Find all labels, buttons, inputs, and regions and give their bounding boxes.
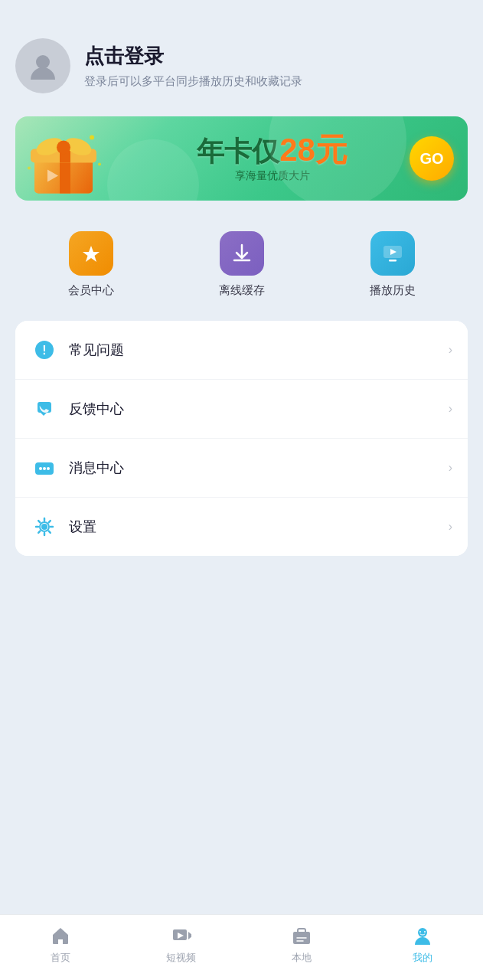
svg-rect-15 (389, 260, 397, 262)
svg-point-30 (419, 931, 421, 933)
svg-point-31 (424, 931, 426, 933)
settings-icon (31, 513, 58, 541)
nav-item-home[interactable]: 首页 (0, 924, 121, 965)
bottom-nav: 首页 短视频 本地 (0, 914, 483, 980)
svg-point-11 (98, 163, 101, 166)
nav-item-mine[interactable]: 我的 (362, 924, 483, 965)
faq-icon: ! (31, 336, 58, 364)
svg-marker-26 (188, 932, 191, 939)
menu-item-messages[interactable]: 消息中心 › (15, 439, 468, 498)
svg-point-20 (43, 467, 46, 470)
history-label: 播放历史 (370, 283, 416, 298)
messages-label: 消息中心 (69, 459, 449, 477)
messages-arrow: › (449, 461, 452, 475)
messages-icon (31, 454, 58, 482)
svg-point-8 (57, 141, 70, 155)
svg-point-21 (47, 467, 50, 470)
mine-icon (411, 924, 434, 947)
svg-point-10 (28, 167, 31, 170)
settings-label: 设置 (69, 518, 449, 536)
history-icon (370, 231, 415, 276)
profile-subtitle: 登录后可以多平台同步播放历史和收藏记录 (84, 74, 302, 89)
banner-gift-icon (23, 122, 107, 195)
shorts-label: 短视频 (166, 951, 196, 965)
svg-rect-3 (60, 159, 70, 194)
profile-section[interactable]: 点击登录 登录后可以多平台同步播放历史和收藏记录 (15, 31, 468, 116)
feedback-arrow: › (449, 402, 452, 416)
nav-item-shorts[interactable]: 短视频 (121, 924, 242, 965)
feedback-label: 反馈中心 (69, 400, 449, 418)
menu-list: ! 常见问题 › 反馈中心 › (15, 321, 468, 556)
profile-text: 点击登录 登录后可以多平台同步播放历史和收藏记录 (84, 43, 302, 89)
local-label: 本地 (292, 951, 312, 965)
quick-actions: 会员中心 离线缓存 播放历史 (15, 224, 468, 321)
home-label: 首页 (51, 951, 70, 965)
quick-action-download[interactable]: 离线缓存 (219, 231, 265, 298)
faq-label: 常见问题 (69, 341, 449, 359)
feedback-icon (31, 395, 58, 423)
vip-label: 会员中心 (68, 283, 114, 298)
settings-arrow: › (449, 520, 452, 534)
banner-go-button[interactable]: GO (410, 136, 454, 181)
faq-arrow: › (449, 343, 452, 357)
menu-item-settings[interactable]: 设置 › (15, 498, 468, 556)
svg-point-9 (90, 136, 94, 140)
svg-point-0 (36, 55, 50, 69)
avatar (15, 38, 70, 93)
menu-item-feedback[interactable]: 反馈中心 › (15, 380, 468, 439)
svg-text:!: ! (42, 344, 46, 357)
profile-name: 点击登录 (84, 43, 302, 70)
menu-item-faq[interactable]: ! 常见问题 › (15, 321, 468, 380)
quick-action-vip[interactable]: 会员中心 (68, 231, 114, 298)
vip-icon (69, 231, 113, 276)
svg-point-29 (418, 928, 427, 937)
svg-point-24 (42, 524, 47, 529)
svg-point-19 (39, 467, 42, 470)
shorts-icon (170, 924, 193, 947)
home-icon (49, 924, 72, 947)
quick-action-history[interactable]: 播放历史 (370, 231, 416, 298)
download-label: 离线缓存 (219, 283, 265, 298)
nav-item-local[interactable]: 本地 (242, 924, 363, 965)
mine-label: 我的 (413, 951, 432, 965)
local-icon (290, 924, 313, 947)
download-icon (220, 231, 264, 276)
membership-banner[interactable]: 年卡仅28元 享海量优质大片 GO (15, 116, 468, 201)
